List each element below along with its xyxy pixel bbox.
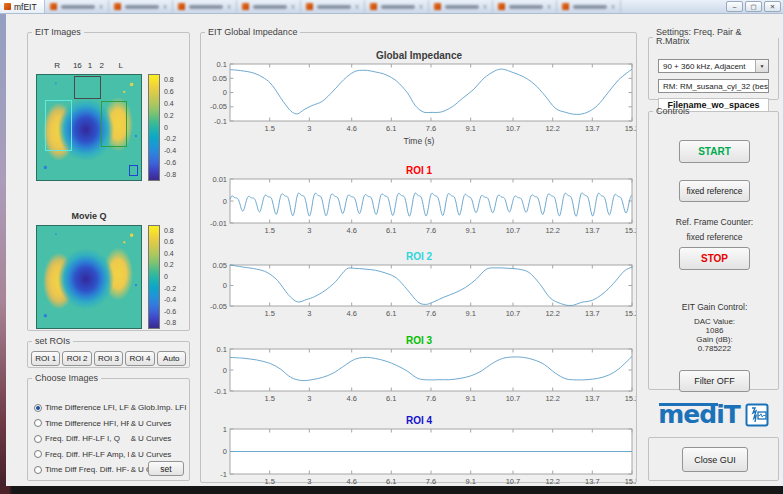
tab-favicon <box>178 3 185 10</box>
svg-text:9.1: 9.1 <box>465 394 475 403</box>
svg-text:13.7: 13.7 <box>585 226 600 235</box>
blurred-tab-title <box>61 5 96 9</box>
movie-q-image <box>36 225 142 329</box>
svg-text:12.2: 12.2 <box>545 309 560 318</box>
medit-logo-text: mediT <box>658 402 740 428</box>
radio-button[interactable] <box>34 404 42 412</box>
svg-text:0.1: 0.1 <box>217 347 227 354</box>
r-matrix-value: RM: RM_susana_cyl_32 (best... <box>663 82 769 91</box>
set-rois-panel: set ROIs ROI 1ROI 2ROI 3ROI 4Auto <box>27 337 190 368</box>
roi-1-button[interactable]: ROI 1 <box>31 351 60 366</box>
colorbar-image2: 0.80.60.40.20-0.2-0.4-0.6-0.8 <box>148 225 188 329</box>
svg-text:9.1: 9.1 <box>465 309 475 318</box>
frequency-pair-dropdown[interactable]: 90 + 360 kHz, Adjacent ▼ <box>658 59 769 73</box>
tab-close-icon[interactable]: x <box>611 3 615 10</box>
colorbar-tick-label: 0.8 <box>164 227 174 235</box>
minimize-window-button[interactable]: – <box>726 1 743 12</box>
svg-text:4.6: 4.6 <box>346 124 356 133</box>
tab-close-icon[interactable]: x <box>547 3 551 10</box>
filter-toggle-button[interactable]: Filter OFF <box>679 370 750 392</box>
svg-text:-0.05: -0.05 <box>210 302 227 311</box>
tab-mfeit-label: mfEIT <box>14 2 37 12</box>
tab-close-icon[interactable]: x <box>99 3 103 10</box>
svg-text:12.2: 12.2 <box>545 477 560 486</box>
tab-mfeit[interactable]: mfEIT <box>0 0 45 13</box>
blurred-tab[interactable]: x <box>173 0 237 13</box>
choose-images-panel-title: Choose Images <box>32 374 101 383</box>
svg-text:0: 0 <box>223 88 227 97</box>
blurred-tab[interactable]: x <box>429 0 493 13</box>
tab-close-icon[interactable]: x <box>355 3 359 10</box>
r-matrix-dropdown[interactable]: RM: RM_susana_cyl_32 (best... ▼ <box>658 79 769 93</box>
tab-close-icon[interactable]: x <box>291 3 295 10</box>
svg-text:9.1: 9.1 <box>465 226 475 235</box>
mfeit-tab-favicon <box>4 3 11 10</box>
svg-text:10.7: 10.7 <box>506 309 521 318</box>
colorbar-tick-label: -0.6 <box>164 308 176 316</box>
close-gui-panel: Close GUI <box>648 437 779 481</box>
blurred-tab[interactable]: x <box>301 0 365 13</box>
roi-4-button[interactable]: ROI 4 <box>125 351 154 366</box>
tab-favicon <box>50 3 57 10</box>
maximize-window-button[interactable]: ▢ <box>745 1 762 12</box>
ampersand-label: & <box>129 403 138 412</box>
chevron-down-icon[interactable]: ▼ <box>755 60 768 72</box>
tab-favicon <box>434 3 441 10</box>
roi-2-region-outline[interactable] <box>45 100 72 150</box>
electrode-label: 1 <box>88 61 92 70</box>
medit-logo: mediT <box>648 398 779 432</box>
radio-button[interactable] <box>34 450 42 458</box>
svg-text:1.5: 1.5 <box>264 226 274 235</box>
svg-text:3: 3 <box>307 226 311 235</box>
radio-button[interactable] <box>34 466 42 474</box>
blurred-tab[interactable]: x <box>493 0 557 13</box>
curve-type-label: U Curves <box>138 419 186 428</box>
svg-text:9.1: 9.1 <box>465 124 475 133</box>
blurred-tab-title <box>189 5 224 9</box>
blurred-tab[interactable]: x <box>109 0 173 13</box>
roi-3-region-outline[interactable] <box>101 101 127 147</box>
start-button[interactable]: START <box>679 140 750 163</box>
plot-axes: 1.534.66.17.69.110.712.213.715.2-0.1-0.0… <box>202 62 636 133</box>
tab-close-icon[interactable]: x <box>163 3 167 10</box>
colorbar-tick-label: 0.2 <box>164 112 174 120</box>
radio-button[interactable] <box>34 419 42 427</box>
roi-1-region-outline[interactable] <box>74 76 101 99</box>
colorbar-tick-label: 0.8 <box>164 76 174 84</box>
radio-button[interactable] <box>34 435 42 443</box>
svg-text:7.6: 7.6 <box>426 309 436 318</box>
svg-text:1.5: 1.5 <box>264 477 274 486</box>
tab-close-icon[interactable]: x <box>419 3 423 10</box>
blurred-tab[interactable]: x <box>557 0 621 13</box>
chart-title: ROI 1 <box>202 164 636 177</box>
svg-text:1.5: 1.5 <box>264 124 274 133</box>
svg-text:-0.05: -0.05 <box>210 102 227 111</box>
close-window-button[interactable]: ✕ <box>764 1 781 12</box>
roi-2-button[interactable]: ROI 2 <box>62 351 91 366</box>
blurred-tab-title <box>573 5 608 9</box>
eit-images-panel-title: EIT Images <box>32 28 84 37</box>
svg-text:4.6: 4.6 <box>346 477 356 486</box>
blurred-tab[interactable]: x <box>237 0 301 13</box>
blurred-tab[interactable]: x <box>365 0 429 13</box>
electrode-label: 2 <box>99 61 103 70</box>
svg-text:0: 0 <box>223 447 227 456</box>
colorbar-tick-label: 0.4 <box>164 250 174 258</box>
stop-button[interactable]: STOP <box>679 247 750 270</box>
svg-text:10.7: 10.7 <box>506 477 521 486</box>
close-gui-button[interactable]: Close GUI <box>682 447 748 472</box>
blurred-tab[interactable]: x <box>45 0 109 13</box>
plot-axes: 1.534.66.17.69.110.712.213.715.2-101 <box>202 427 636 486</box>
fixed-reference-button[interactable]: fixed reference <box>679 180 750 202</box>
roi-3-button[interactable]: ROI 3 <box>94 351 123 366</box>
svg-text:4.6: 4.6 <box>346 394 356 403</box>
colorbar-tick-label: 0.2 <box>164 261 174 269</box>
set-button[interactable]: set <box>148 461 184 476</box>
svg-text:1.5: 1.5 <box>264 309 274 318</box>
roi-4-region-outline[interactable] <box>129 165 138 176</box>
tab-close-icon[interactable]: x <box>483 3 487 10</box>
image-option-label: Time Difference HFI, HFQ <box>45 419 129 428</box>
global-impedance-panel-title: EIT Global Impedance <box>205 28 300 37</box>
auto-button[interactable]: Auto <box>157 351 186 366</box>
tab-close-icon[interactable]: x <box>227 3 231 10</box>
